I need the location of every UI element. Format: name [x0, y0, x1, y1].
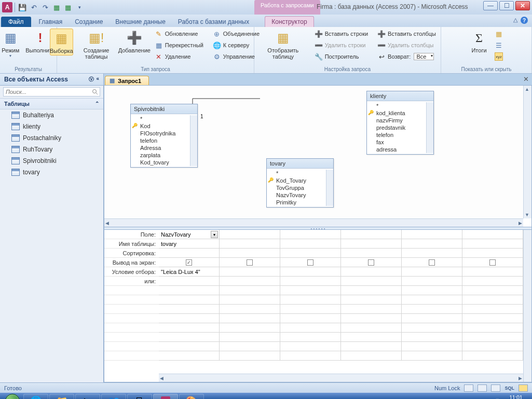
grid-cell[interactable]	[402, 258, 462, 267]
view-datasheet-icon[interactable]	[464, 384, 473, 392]
nav-header[interactable]: Все объекты Access ⓥ«	[0, 74, 103, 86]
grid-cell[interactable]	[402, 323, 462, 332]
qat-more-icon[interactable]: ▾	[74, 2, 85, 12]
grid-cell[interactable]	[462, 342, 523, 351]
grid-cell[interactable]	[159, 305, 220, 313]
grid-cell[interactable]	[220, 351, 280, 360]
grid-cell[interactable]	[462, 249, 523, 257]
relationship-canvas[interactable]: 1 1 Spivrobitniki *KodFIOsotrydnikatelef…	[104, 86, 523, 218]
tab-home[interactable]: Главная	[33, 17, 69, 27]
minimize-button[interactable]: —	[483, 1, 498, 10]
search-input[interactable]	[3, 87, 100, 97]
doc-close-button[interactable]: ✕	[523, 75, 529, 83]
grid-cell[interactable]	[341, 333, 402, 341]
qat-btn4-icon[interactable]: ▦	[51, 2, 62, 12]
tab-file[interactable]: Файл	[1, 17, 31, 27]
params-button[interactable]: ▦	[493, 29, 504, 39]
grid-cell[interactable]	[341, 277, 402, 285]
qgrid-vscroll[interactable]	[523, 230, 531, 382]
grid-cell[interactable]	[220, 286, 280, 295]
grid-cell[interactable]: tovary	[159, 239, 220, 248]
field-item[interactable]: *	[367, 102, 426, 109]
field-item[interactable]: Kod	[131, 122, 190, 130]
nav-collapse-icon[interactable]: «	[96, 76, 99, 83]
field-item[interactable]: fax	[367, 139, 426, 146]
grid-cell[interactable]	[159, 351, 220, 360]
grid-cell[interactable]	[280, 305, 341, 313]
nav-item[interactable]: klienty	[0, 121, 103, 132]
view-design-icon[interactable]	[519, 384, 528, 392]
nav-search[interactable]	[0, 86, 103, 99]
nav-item[interactable]: Spivrobitniki	[0, 155, 103, 167]
grid-cell[interactable]	[462, 314, 523, 323]
grid-cell[interactable]	[280, 230, 341, 239]
nav-item[interactable]: Buhalteriya	[0, 109, 103, 121]
nav-item[interactable]: RuhTovary	[0, 144, 103, 155]
tab-database[interactable]: Работа с базами данных	[172, 17, 255, 27]
grid-cell[interactable]	[341, 295, 402, 304]
close-button[interactable]: ✕	[515, 1, 530, 10]
task-paint[interactable]: 🎨	[179, 394, 204, 399]
nav-item[interactable]: Postachalniky	[0, 132, 103, 144]
show-checkbox[interactable]	[368, 259, 374, 266]
grid-cell[interactable]	[220, 277, 280, 285]
grid-cell[interactable]	[402, 230, 462, 239]
start-button[interactable]	[2, 393, 23, 399]
canvas-vscroll[interactable]	[523, 86, 531, 218]
grid-cell[interactable]	[220, 295, 280, 304]
crosstab-button[interactable]: ▦Перекрестный	[153, 40, 205, 50]
showtable-button[interactable]: ▦Отобразить таблицу	[257, 29, 309, 61]
field-item[interactable]: Kod_Tovary	[267, 177, 326, 184]
show-checkbox[interactable]	[489, 259, 496, 266]
grid-cell[interactable]	[280, 267, 341, 276]
nav-dropdown-icon[interactable]: ⓥ	[89, 76, 94, 83]
grid-cell[interactable]	[462, 351, 523, 360]
grid-cell[interactable]	[341, 230, 402, 239]
delete-button[interactable]: ✕Удаление	[153, 51, 205, 62]
grid-cell[interactable]	[402, 333, 462, 341]
show-checkbox[interactable]	[247, 259, 253, 266]
grid-cell[interactable]	[280, 286, 341, 295]
table-box-klienty[interactable]: klienty *kod_klientanazvFirmypredstavnik…	[366, 91, 434, 155]
table-box-spivrobitniki[interactable]: Spivrobitniki *KodFIOsotrydnikatelefonAd…	[130, 104, 198, 168]
insertrows-button[interactable]: ➕Вставить строки	[313, 29, 370, 39]
view-chart-icon[interactable]	[491, 384, 500, 392]
grid-cell[interactable]	[341, 239, 402, 248]
totals-button[interactable]: ΣИтоги	[468, 29, 490, 54]
field-item[interactable]: predstavnik	[367, 124, 426, 131]
grid-cell[interactable]	[402, 277, 462, 285]
task-explorer[interactable]: 📁	[49, 394, 74, 399]
field-item[interactable]: adressa	[367, 146, 426, 153]
grid-cell[interactable]	[462, 286, 523, 295]
grid-cell[interactable]	[220, 230, 280, 239]
grid-cell[interactable]	[220, 249, 280, 257]
grid-cell[interactable]	[341, 323, 402, 332]
dropdown-icon[interactable]: ▾	[211, 231, 218, 238]
grid-cell[interactable]	[220, 314, 280, 323]
grid-cell[interactable]	[220, 305, 280, 313]
task-ie[interactable]: 🌐	[23, 394, 48, 399]
insertcols-button[interactable]: ➕Вставить столбцы	[376, 29, 438, 39]
field-item[interactable]: FIOsotrydnika	[131, 130, 190, 137]
field-item[interactable]: telefon	[367, 131, 426, 139]
grid-cell[interactable]	[280, 323, 341, 332]
maximize-button[interactable]: ☐	[499, 1, 514, 10]
grid-cell[interactable]	[341, 342, 402, 351]
qat-redo-icon[interactable]: ↷	[40, 2, 50, 12]
task-msn[interactable]: 👥	[101, 394, 126, 399]
grid-cell[interactable]	[402, 351, 462, 360]
grid-cell[interactable]	[402, 267, 462, 276]
help-icon[interactable]: ?	[521, 17, 528, 24]
grid-cell[interactable]: NazvTovary▾	[159, 230, 220, 239]
builder-button[interactable]: 🔧Построитель	[313, 51, 370, 62]
nav-item[interactable]: tovary	[0, 167, 103, 178]
tablenames-button[interactable]: xyz	[493, 51, 504, 62]
grid-cell[interactable]	[280, 239, 341, 248]
grid-cell[interactable]	[462, 305, 523, 313]
grid-cell[interactable]	[280, 351, 341, 360]
show-checkbox[interactable]: ✓	[186, 259, 192, 266]
grid-cell[interactable]	[220, 333, 280, 341]
grid-cell[interactable]	[341, 267, 402, 276]
grid-cell[interactable]	[402, 314, 462, 323]
task-wmp[interactable]: ▶	[75, 394, 100, 399]
